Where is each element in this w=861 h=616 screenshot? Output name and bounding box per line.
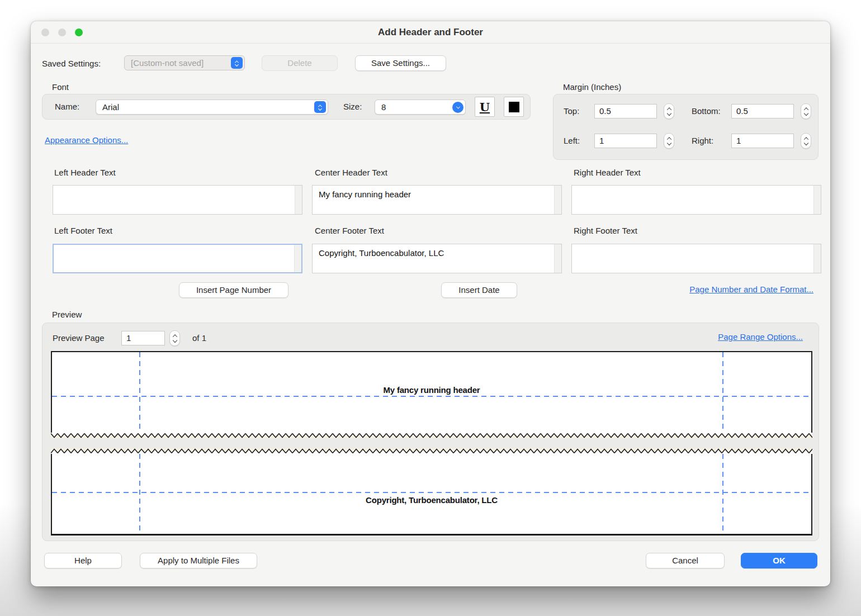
chevron-up-down-icon [231, 57, 243, 69]
appearance-options-link[interactable]: Appearance Options... [45, 135, 128, 145]
scrollbar-track[interactable] [294, 245, 301, 272]
font-group: Name: Arial Size: 8 U [42, 94, 531, 120]
margin-top-label: Top: [564, 106, 579, 116]
underline-button[interactable]: U [475, 97, 495, 117]
center-header-label: Center Header Text [315, 168, 387, 177]
preview-bottom-fragment: Copyright, Turboencabulator, LLC [51, 454, 812, 536]
center-footer-label: Center Footer Text [315, 226, 384, 235]
torn-edge-icon [51, 448, 812, 454]
font-name-value: Arial [102, 102, 119, 112]
margin-section-label: Margin (Inches) [563, 82, 621, 92]
center-header-value: My fancy running header [319, 189, 550, 200]
apply-to-multiple-files-button[interactable]: Apply to Multiple Files [140, 553, 257, 568]
delete-button[interactable]: Delete [262, 55, 338, 71]
left-header-label: Left Header Text [54, 168, 116, 177]
scrollbar-track[interactable] [295, 186, 302, 214]
center-footer-textbox[interactable]: Copyright, Turboencabulator, LLC [312, 244, 562, 273]
underline-icon: U [480, 101, 490, 113]
stepper-down-icon [666, 111, 671, 116]
insert-date-button[interactable]: Insert Date [441, 282, 517, 298]
save-settings-button[interactable]: Save Settings... [355, 55, 446, 71]
preview-page-input[interactable]: 1 [121, 331, 165, 345]
ok-button[interactable]: OK [741, 553, 817, 568]
scrollbar-track[interactable] [554, 186, 561, 214]
preview-page-stepper[interactable] [169, 330, 180, 346]
margin-left-stepper[interactable] [664, 133, 674, 149]
stepper-down-icon [172, 338, 177, 343]
font-name-label: Name: [55, 102, 79, 111]
margin-left-input[interactable]: 1 [594, 134, 657, 148]
right-header-textbox[interactable] [571, 185, 821, 215]
insert-page-number-button[interactable]: Insert Page Number [179, 282, 288, 298]
right-footer-label: Right Footer Text [574, 226, 637, 235]
margin-bottom-stepper[interactable] [801, 103, 811, 119]
help-button[interactable]: Help [44, 553, 122, 568]
center-footer-value: Copyright, Turboencabulator, LLC [319, 248, 550, 258]
margin-group: Top: 0.5 Bottom: 0.5 Left: 1 Right: 1 [553, 94, 819, 160]
right-footer-textbox[interactable] [571, 244, 821, 273]
torn-edge-icon [51, 433, 812, 438]
saved-settings-dropdown[interactable]: [Custom-not saved] [124, 55, 245, 70]
margin-right-label: Right: [692, 136, 713, 145]
add-header-footer-dialog: Add Header and Footer Saved Settings: [C… [31, 21, 830, 586]
margin-right-input[interactable]: 1 [731, 134, 794, 148]
preview-header-text: My fancy running header [52, 385, 811, 395]
window-title: Add Header and Footer [31, 21, 830, 44]
stepper-down-icon [803, 111, 808, 116]
font-name-dropdown[interactable]: Arial [96, 99, 328, 115]
preview-panel: Preview Page 1 of 1 Page Range Options..… [42, 323, 819, 541]
preview-page-canvas: My fancy running header [51, 351, 812, 536]
saved-settings-value: [Custom-not saved] [131, 58, 204, 68]
preview-page-count-label: of 1 [192, 333, 206, 343]
font-size-value: 8 [381, 102, 386, 112]
left-header-textbox[interactable] [53, 185, 302, 215]
margin-top-stepper[interactable] [664, 103, 674, 119]
left-footer-label: Left Footer Text [54, 226, 112, 235]
margin-top-input[interactable]: 0.5 [594, 104, 657, 119]
scrollbar-track[interactable] [813, 186, 821, 214]
cancel-button[interactable]: Cancel [646, 553, 725, 568]
margin-guide-left [139, 454, 140, 534]
margin-guide-right [722, 454, 723, 534]
margin-guide-footer [52, 492, 811, 493]
title-bar[interactable]: Add Header and Footer [31, 21, 830, 44]
right-header-label: Right Header Text [574, 168, 641, 177]
margin-bottom-label: Bottom: [692, 106, 721, 116]
margin-bottom-input[interactable]: 0.5 [731, 104, 794, 119]
color-swatch [509, 102, 519, 112]
stepper-down-icon [666, 141, 671, 145]
preview-top-fragment: My fancy running header [51, 351, 812, 433]
page-number-date-format-link[interactable]: Page Number and Date Format... [689, 285, 813, 294]
center-header-textbox[interactable]: My fancy running header [312, 185, 562, 215]
page-range-options-link[interactable]: Page Range Options... [718, 332, 803, 342]
margin-guide-header [52, 396, 811, 397]
margin-left-label: Left: [564, 136, 580, 145]
left-footer-textbox[interactable] [53, 244, 302, 273]
chevron-up-down-icon [314, 101, 326, 113]
scrollbar-track[interactable] [813, 244, 821, 273]
font-size-label: Size: [343, 102, 362, 111]
margin-right-stepper[interactable] [801, 133, 811, 149]
preview-section-label: Preview [52, 310, 82, 319]
preview-footer-text: Copyright, Turboencabulator, LLC [52, 495, 811, 505]
scrollbar-track[interactable] [554, 244, 561, 273]
font-color-button[interactable] [504, 97, 524, 117]
font-size-combo[interactable]: 8 [375, 99, 466, 115]
chevron-down-icon [452, 102, 463, 113]
preview-page-label: Preview Page [53, 333, 105, 343]
saved-settings-label: Saved Settings: [42, 59, 101, 68]
stepper-down-icon [803, 141, 808, 145]
font-section-label: Font [52, 82, 69, 92]
